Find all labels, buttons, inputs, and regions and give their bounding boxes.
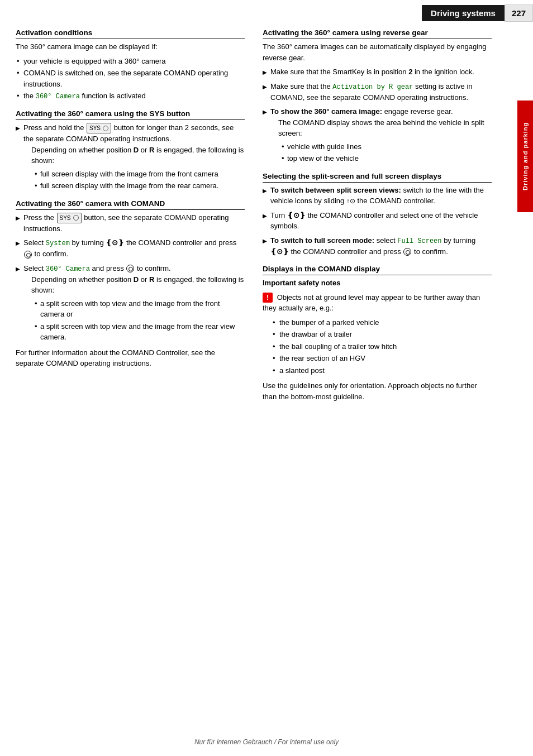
slide-icon: ↑⊙ bbox=[346, 197, 355, 205]
list-item: Press the SYS button, see the separate C… bbox=[16, 212, 245, 235]
sys-circle2 bbox=[73, 215, 79, 221]
reverse-gear-heading: Activating the 360° camera using reverse… bbox=[263, 28, 492, 39]
reverse-sub-list: vehicle with guide lines top view of the… bbox=[278, 141, 492, 164]
press-icon2 bbox=[126, 265, 134, 272]
split-screen-heading: Selecting the split-screen and full scre… bbox=[263, 172, 492, 183]
list-item: Press and hold the SYS button for longer… bbox=[16, 122, 245, 192]
activation-conditions-heading: Activation conditions bbox=[16, 28, 245, 39]
reverse-sub-block: The COMAND display shows the area behind… bbox=[270, 117, 492, 164]
warning-paragraph: ! Objects not at ground level may appear… bbox=[263, 292, 492, 314]
code-360-camera: 360° Camera bbox=[36, 93, 80, 101]
sys-sub-list: full screen display with the image from … bbox=[31, 169, 245, 192]
list-item: the drawbar of a trailer bbox=[272, 329, 492, 340]
position-d: D bbox=[134, 146, 139, 154]
page-footer: Nur für internen Gebrauch / For internal… bbox=[0, 738, 533, 746]
list-item: full screen display with the image from … bbox=[34, 180, 245, 192]
sys-icon2: SYS bbox=[60, 214, 71, 222]
displays-heading: Displays in the COMAND display bbox=[263, 265, 492, 275]
comand-heading: Activating the 360° camera with COMAND bbox=[16, 199, 245, 210]
list-item: Make sure that the SmartKey is in positi… bbox=[263, 66, 492, 78]
page-header: Driving systems 227 bbox=[0, 0, 533, 24]
chapter-title: Driving systems bbox=[422, 5, 505, 21]
list-item: the rear section of an HGV bbox=[272, 353, 492, 364]
list-item: the bumper of a parked vehicle bbox=[272, 317, 492, 328]
ctrl-icon2: ❴⊙❵ bbox=[287, 211, 306, 219]
list-item: Select System by turning ❴⊙❵ the COMAND … bbox=[16, 237, 245, 260]
code-system: System bbox=[46, 240, 70, 247]
sys-circle bbox=[103, 126, 108, 131]
to-show-label: To show the 360° camera image: bbox=[270, 107, 382, 116]
sys-button-icon: SYS bbox=[87, 123, 111, 133]
comand-sub-list: a split screen with top view and the ima… bbox=[31, 298, 245, 343]
code-activation-r: Activation by R gear bbox=[332, 83, 413, 91]
code-full-screen: Full Screen bbox=[397, 237, 441, 245]
code-360-camera2: 360° Camera bbox=[46, 265, 90, 273]
safety-footer: Use the guidelines only for orientation.… bbox=[263, 380, 492, 402]
position-d2: D bbox=[134, 275, 139, 284]
list-item: To switch to full screen mode: select Fu… bbox=[263, 235, 492, 257]
list-item: a split screen with top view and the ima… bbox=[34, 298, 245, 320]
position-r: R bbox=[149, 146, 154, 154]
safety-list: the bumper of a parked vehicle the drawb… bbox=[263, 317, 492, 376]
comand-sub-block: Depending on whether position D or R is … bbox=[23, 274, 245, 343]
reverse-gear-list: Make sure that the SmartKey is in positi… bbox=[263, 66, 492, 164]
list-item: the 360° Camera function is activated bbox=[16, 90, 245, 102]
sys-icon: SYS bbox=[89, 124, 101, 132]
list-item: the ball coupling of a trailer tow hitch bbox=[272, 341, 492, 352]
position-2: 2 bbox=[408, 68, 412, 76]
left-column: Activation conditions The 360° camera im… bbox=[16, 28, 245, 405]
list-item: Select 360° Camera and press to confirm.… bbox=[16, 263, 245, 343]
comand-footer-text: For further information about the COMAND… bbox=[16, 347, 245, 369]
right-column: Activating the 360° camera using reverse… bbox=[263, 28, 492, 405]
side-tab: Driving and parking bbox=[517, 101, 533, 212]
list-item: Make sure that the Activation by R gear … bbox=[263, 81, 492, 103]
full-screen-label: To switch to full screen mode: bbox=[270, 236, 374, 245]
split-switch-label: To switch between split screen views: bbox=[270, 186, 401, 194]
ctrl-icon: ❴⊙❵ bbox=[106, 238, 124, 247]
list-item: To switch between split screen views: sw… bbox=[263, 185, 492, 207]
press-icon3 bbox=[403, 248, 411, 256]
safety-notes-heading: Important safety notes bbox=[263, 277, 492, 289]
sys-sub-block: Depending on whether position D or R is … bbox=[23, 145, 245, 192]
header-title-area: Driving systems 227 bbox=[422, 4, 533, 22]
activation-conditions-intro: The 360° camera image can be displayed i… bbox=[16, 41, 245, 52]
list-item: vehicle with guide lines bbox=[280, 141, 492, 152]
position-r2: R bbox=[149, 275, 154, 284]
warning-icon: ! bbox=[263, 293, 273, 303]
page-number: 227 bbox=[505, 4, 533, 22]
reverse-gear-intro: The 360° camera images can be automatica… bbox=[263, 41, 492, 63]
sys-button-heading: Activating the 360° camera using the SYS… bbox=[16, 109, 245, 120]
sys-button-icon2: SYS bbox=[57, 213, 82, 223]
list-item: top view of the vehicle bbox=[280, 153, 492, 164]
split-screen-list: To switch between split screen views: sw… bbox=[263, 185, 492, 257]
comand-list: Press the SYS button, see the separate C… bbox=[16, 212, 245, 343]
list-item: a slanted post bbox=[272, 365, 492, 376]
list-item: Turn ❴⊙❵ the COMAND controller and selec… bbox=[263, 210, 492, 232]
warning-text: Objects not at ground level may appear t… bbox=[263, 293, 480, 313]
list-item: a split screen with top view and the ima… bbox=[34, 321, 245, 343]
list-item: full screen display with the image from … bbox=[34, 169, 245, 180]
press-icon bbox=[24, 251, 32, 259]
sys-button-list: Press and hold the SYS button for longer… bbox=[16, 122, 245, 192]
list-item: your vehicle is equipped with a 360° cam… bbox=[16, 56, 245, 67]
list-item: COMAND is switched on, see the separate … bbox=[16, 68, 245, 89]
main-content: Activation conditions The 360° camera im… bbox=[0, 24, 514, 410]
ctrl-icon3: ❴⊙❵ bbox=[270, 247, 289, 256]
list-item: To show the 360° camera image: engage re… bbox=[263, 106, 492, 164]
activation-conditions-list: your vehicle is equipped with a 360° cam… bbox=[16, 56, 245, 102]
